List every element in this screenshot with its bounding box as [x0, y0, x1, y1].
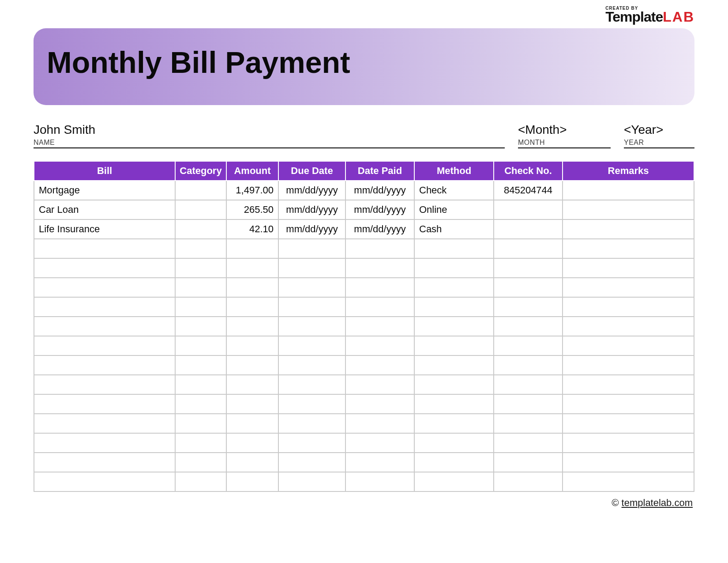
cell-check[interactable] [494, 278, 563, 297]
cell-check[interactable] [494, 336, 563, 355]
cell-method[interactable]: Online [414, 200, 494, 219]
cell-amount[interactable] [226, 375, 278, 394]
cell-check[interactable] [494, 394, 563, 414]
cell-method[interactable] [414, 317, 494, 336]
cell-remarks[interactable] [563, 258, 694, 278]
cell-check[interactable] [494, 200, 563, 219]
cell-paid[interactable] [345, 317, 414, 336]
cell-paid[interactable]: mm/dd/yyyy [345, 200, 414, 219]
cell-amount[interactable] [226, 414, 278, 433]
cell-due[interactable] [278, 375, 345, 394]
cell-category[interactable] [175, 200, 226, 219]
cell-method[interactable] [414, 394, 494, 414]
cell-category[interactable] [175, 394, 226, 414]
cell-paid[interactable] [345, 297, 414, 317]
cell-paid[interactable] [345, 258, 414, 278]
cell-bill[interactable] [34, 355, 175, 375]
cell-check[interactable] [494, 297, 563, 317]
cell-category[interactable] [175, 453, 226, 472]
cell-paid[interactable] [345, 414, 414, 433]
cell-check[interactable]: 845204744 [494, 181, 563, 200]
cell-paid[interactable] [345, 336, 414, 355]
cell-bill[interactable] [34, 239, 175, 258]
cell-method[interactable] [414, 258, 494, 278]
cell-check[interactable] [494, 472, 563, 491]
cell-paid[interactable] [345, 355, 414, 375]
cell-due[interactable] [278, 355, 345, 375]
cell-due[interactable]: mm/dd/yyyy [278, 200, 345, 219]
cell-bill[interactable] [34, 258, 175, 278]
cell-paid[interactable]: mm/dd/yyyy [345, 219, 414, 239]
cell-bill[interactable] [34, 394, 175, 414]
cell-category[interactable] [175, 375, 226, 394]
cell-paid[interactable] [345, 453, 414, 472]
cell-remarks[interactable] [563, 278, 694, 297]
cell-due[interactable] [278, 297, 345, 317]
cell-check[interactable] [494, 414, 563, 433]
cell-method[interactable] [414, 453, 494, 472]
cell-category[interactable] [175, 472, 226, 491]
cell-paid[interactable] [345, 278, 414, 297]
year-field[interactable]: <Year> YEAR [624, 123, 694, 148]
cell-category[interactable] [175, 278, 226, 297]
cell-category[interactable] [175, 181, 226, 200]
cell-check[interactable] [494, 219, 563, 239]
cell-amount[interactable] [226, 278, 278, 297]
month-field[interactable]: <Month> MONTH [518, 123, 611, 148]
cell-due[interactable]: mm/dd/yyyy [278, 219, 345, 239]
cell-remarks[interactable] [563, 336, 694, 355]
cell-due[interactable] [278, 414, 345, 433]
cell-bill[interactable] [34, 336, 175, 355]
cell-paid[interactable] [345, 472, 414, 491]
footer-link[interactable]: templatelab.com [622, 497, 693, 508]
cell-paid[interactable] [345, 375, 414, 394]
cell-amount[interactable] [226, 297, 278, 317]
cell-remarks[interactable] [563, 394, 694, 414]
cell-paid[interactable]: mm/dd/yyyy [345, 181, 414, 200]
cell-amount[interactable] [226, 453, 278, 472]
cell-remarks[interactable] [563, 317, 694, 336]
cell-category[interactable] [175, 433, 226, 453]
cell-amount[interactable] [226, 472, 278, 491]
cell-amount[interactable] [226, 239, 278, 258]
cell-bill[interactable]: Mortgage [34, 181, 175, 200]
cell-check[interactable] [494, 239, 563, 258]
cell-method[interactable] [414, 239, 494, 258]
cell-method[interactable] [414, 355, 494, 375]
cell-remarks[interactable] [563, 181, 694, 200]
cell-due[interactable] [278, 394, 345, 414]
cell-amount[interactable]: 42.10 [226, 219, 278, 239]
cell-method[interactable] [414, 375, 494, 394]
cell-bill[interactable] [34, 317, 175, 336]
cell-category[interactable] [175, 355, 226, 375]
cell-due[interactable] [278, 239, 345, 258]
cell-due[interactable] [278, 336, 345, 355]
cell-category[interactable] [175, 219, 226, 239]
cell-remarks[interactable] [563, 414, 694, 433]
cell-amount[interactable] [226, 336, 278, 355]
cell-category[interactable] [175, 258, 226, 278]
cell-remarks[interactable] [563, 433, 694, 453]
cell-check[interactable] [494, 375, 563, 394]
cell-remarks[interactable] [563, 297, 694, 317]
cell-bill[interactable]: Life Insurance [34, 219, 175, 239]
cell-amount[interactable]: 1,497.00 [226, 181, 278, 200]
cell-amount[interactable] [226, 394, 278, 414]
cell-remarks[interactable] [563, 375, 694, 394]
cell-check[interactable] [494, 453, 563, 472]
cell-remarks[interactable] [563, 239, 694, 258]
cell-category[interactable] [175, 297, 226, 317]
cell-due[interactable] [278, 472, 345, 491]
cell-method[interactable] [414, 278, 494, 297]
cell-check[interactable] [494, 433, 563, 453]
cell-check[interactable] [494, 355, 563, 375]
cell-method[interactable] [414, 433, 494, 453]
cell-paid[interactable] [345, 239, 414, 258]
cell-method[interactable]: Cash [414, 219, 494, 239]
cell-method[interactable] [414, 297, 494, 317]
cell-paid[interactable] [345, 433, 414, 453]
cell-amount[interactable] [226, 317, 278, 336]
cell-bill[interactable] [34, 433, 175, 453]
cell-remarks[interactable] [563, 453, 694, 472]
cell-category[interactable] [175, 239, 226, 258]
